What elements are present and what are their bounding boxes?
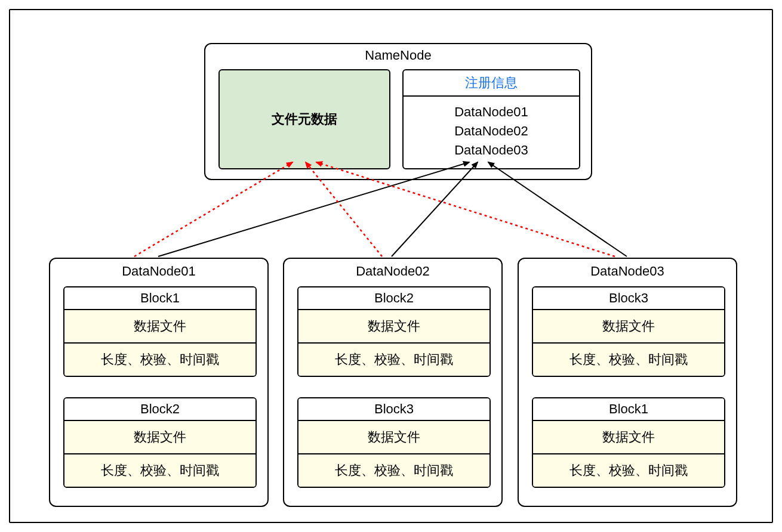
- block-data-file: 数据文件: [533, 310, 724, 344]
- datanode02-block1: Block2 数据文件 长度、校验、时间戳: [297, 286, 491, 377]
- block-data-file: 数据文件: [533, 421, 724, 454]
- namenode-title: NameNode: [205, 44, 591, 66]
- datanode01-title: DataNode01: [50, 259, 267, 283]
- block-meta-row: 长度、校验、时间戳: [533, 454, 724, 487]
- datanode03-title: DataNode03: [519, 259, 736, 283]
- datanode02-box: DataNode02 Block2 数据文件 长度、校验、时间戳 Block3 …: [283, 258, 503, 507]
- block-data-file: 数据文件: [298, 421, 489, 454]
- datanode03-box: DataNode03 Block3 数据文件 长度、校验、时间戳 Block1 …: [518, 258, 737, 507]
- datanode02-title: DataNode02: [284, 259, 501, 283]
- reginfo-item: DataNode03: [454, 141, 528, 160]
- registration-info-box: 注册信息 DataNode01 DataNode02 DataNode03: [402, 69, 580, 169]
- datanode01-block2: Block2 数据文件 长度、校验、时间戳: [63, 397, 257, 488]
- block-data-file: 数据文件: [64, 310, 255, 344]
- block-meta-row: 长度、校验、时间戳: [298, 454, 489, 487]
- reginfo-item: DataNode02: [454, 122, 528, 141]
- block-data-file: 数据文件: [64, 421, 255, 454]
- block-data-file: 数据文件: [298, 310, 489, 344]
- block-name: Block2: [298, 287, 489, 310]
- datanode02-block2: Block3 数据文件 长度、校验、时间戳: [297, 397, 491, 488]
- file-metadata-box: 文件元数据: [218, 69, 390, 169]
- block-name: Block1: [533, 398, 724, 421]
- block-meta-row: 长度、校验、时间戳: [64, 344, 255, 376]
- block-name: Block3: [533, 287, 724, 310]
- block-meta-row: 长度、校验、时间戳: [298, 344, 489, 376]
- block-name: Block1: [64, 287, 255, 310]
- registration-info-list: DataNode01 DataNode02 DataNode03: [404, 97, 579, 166]
- block-name: Block3: [298, 398, 489, 421]
- diagram-frame: NameNode 文件元数据 注册信息 DataNode01 DataNode0…: [9, 9, 773, 523]
- file-metadata-label: 文件元数据: [272, 110, 337, 128]
- registration-info-title: 注册信息: [404, 70, 579, 97]
- block-name: Block2: [64, 398, 255, 421]
- reginfo-item: DataNode01: [454, 103, 528, 122]
- datanode01-block1: Block1 数据文件 长度、校验、时间戳: [63, 286, 257, 377]
- datanode03-block1: Block3 数据文件 长度、校验、时间戳: [532, 286, 725, 377]
- block-meta-row: 长度、校验、时间戳: [64, 454, 255, 487]
- datanode01-box: DataNode01 Block1 数据文件 长度、校验、时间戳 Block2 …: [49, 258, 269, 507]
- block-meta-row: 长度、校验、时间戳: [533, 344, 724, 376]
- datanode03-block2: Block1 数据文件 长度、校验、时间戳: [532, 397, 725, 488]
- namenode-box: NameNode 文件元数据 注册信息 DataNode01 DataNode0…: [204, 43, 592, 180]
